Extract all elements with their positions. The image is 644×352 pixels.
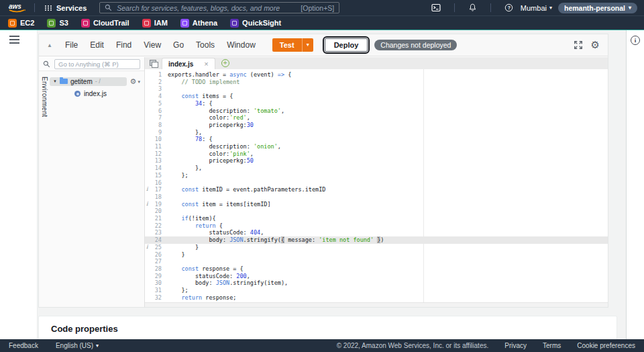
close-icon[interactable]: × — [204, 60, 208, 68]
code-line-9[interactable]: 9 }, — [145, 129, 608, 136]
cloudshell-button[interactable] — [430, 3, 442, 12]
help-button[interactable]: ? — [503, 3, 515, 12]
language-selector[interactable]: English (US) ▾ — [56, 342, 99, 349]
line-content: } — [168, 244, 608, 251]
code-line-30[interactable]: 30 body: JSON.stringify(item), — [145, 279, 608, 287]
tree-settings-button[interactable]: ⚙ ▾ — [130, 78, 140, 85]
code-line-3[interactable]: 3 — [145, 85, 608, 93]
info-icon[interactable]: i — [631, 36, 640, 45]
help-panel-rail: i — [626, 30, 644, 339]
privacy-link[interactable]: Privacy — [504, 342, 527, 349]
split-pane-icon[interactable] — [150, 60, 157, 67]
line-number: 1 — [151, 71, 162, 79]
code-line-6[interactable]: 6 description: 'tomato', — [145, 107, 608, 115]
services-menu-button[interactable]: Services — [41, 3, 91, 13]
chevron-down-icon: ▾ — [138, 79, 140, 84]
code-editor[interactable]: 1exports.handler = async (event) => {2 /… — [145, 69, 608, 307]
favorite-athena[interactable]: Athena — [180, 19, 217, 28]
new-tab-button[interactable]: + — [221, 59, 229, 67]
code-line-15[interactable]: 15 }; — [145, 172, 608, 179]
code-line-21[interactable]: 21 if(!item){ — [145, 215, 608, 222]
code-line-25[interactable]: i25 } — [145, 244, 608, 251]
editor-body: Go to Anything (⌘ P) Environment ▼ getit… — [39, 57, 608, 307]
code-line-4[interactable]: 4 const items = { — [145, 93, 608, 100]
code-line-26[interactable]: 26 } — [145, 251, 608, 259]
nav-primary-row: aws Services Search for services, featur… — [0, 0, 644, 15]
quicksight-service-icon — [230, 19, 239, 28]
region-selector[interactable]: Mumbai ▾ — [521, 4, 552, 12]
deploy-button[interactable]: Deploy — [325, 38, 368, 52]
gutter-annotation — [145, 150, 151, 158]
file-name: index.js — [84, 90, 107, 97]
code-line-10[interactable]: 10 78: { — [145, 136, 608, 143]
horizontal-scrollbar[interactable] — [145, 302, 608, 307]
editor-settings-button[interactable]: ⚙ — [591, 40, 600, 50]
line-content: const items = { — [168, 93, 608, 100]
menu-window[interactable]: Window — [221, 38, 262, 52]
menu-view[interactable]: View — [138, 38, 167, 52]
fullscreen-button[interactable] — [574, 40, 583, 50]
code-line-17[interactable]: i17 const itemID = event.pathParameters.… — [145, 186, 608, 193]
menu-tools[interactable]: Tools — [190, 38, 221, 52]
aws-logo[interactable]: aws — [8, 2, 28, 14]
folder-name: getitem — [70, 78, 93, 85]
code-line-16[interactable]: 16 — [145, 179, 608, 187]
code-line-8[interactable]: 8 priceperkg:30 — [145, 122, 608, 129]
code-line-14[interactable]: 14 }, — [145, 165, 608, 172]
line-number: 13 — [151, 157, 162, 165]
code-line-22[interactable]: 22 return { — [145, 222, 608, 230]
menu-edit[interactable]: Edit — [84, 38, 110, 52]
favorite-ec2[interactable]: EC2 — [8, 19, 34, 28]
code-line-29[interactable]: 29 statusCode: 200, — [145, 273, 608, 280]
code-line-1[interactable]: 1exports.handler = async (event) => { — [145, 71, 608, 79]
global-search-input[interactable]: Search for services, features, blogs, do… — [99, 2, 339, 13]
gutter-annotation — [145, 273, 151, 280]
environment-tab[interactable]: Environment — [39, 71, 50, 307]
code-line-18[interactable]: 18 — [145, 193, 608, 201]
tab-indexjs[interactable]: index.js × — [162, 58, 215, 69]
feedback-button[interactable]: Feedback — [9, 342, 38, 349]
code-line-2[interactable]: 2 // TODO implement — [145, 79, 608, 86]
code-line-11[interactable]: 11 description: 'onion', — [145, 143, 608, 150]
cookie-preferences-link[interactable]: Cookie preferences — [577, 342, 635, 349]
code-line-24[interactable]: 24 body: JSON.stringify({ message: 'item… — [145, 236, 608, 244]
favorite-cloudtrail[interactable]: CloudTrail — [81, 19, 129, 28]
code-line-19[interactable]: i19 const item = items[itemID] — [145, 201, 608, 208]
menu-file[interactable]: File — [59, 38, 84, 52]
line-content: return response; — [168, 294, 608, 302]
code-line-12[interactable]: 12 color:'pink', — [145, 150, 608, 158]
collapse-pane-icon[interactable]: ▲ — [47, 42, 52, 48]
goto-anything-input[interactable]: Go to Anything (⌘ P) — [54, 59, 140, 69]
code-line-23[interactable]: 23 statusCode: 404, — [145, 229, 608, 236]
favorite-s3[interactable]: S3 — [47, 19, 68, 28]
code-line-7[interactable]: 7 color:'red', — [145, 114, 608, 122]
code-line-27[interactable]: 27 — [145, 258, 608, 265]
tree-item-indexjs[interactable]: index.js — [50, 89, 144, 99]
line-content: description: 'onion', — [168, 143, 608, 150]
code-line-31[interactable]: 31 }; — [145, 287, 608, 294]
grid-icon — [45, 5, 52, 11]
terms-link[interactable]: Terms — [543, 342, 561, 349]
account-menu-button[interactable]: hemanth-personal ▾ — [558, 3, 637, 13]
tree-item-getitem[interactable]: ▼ getitem - / — [50, 77, 127, 86]
menu-go[interactable]: Go — [167, 38, 190, 52]
code-line-32[interactable]: 32 return response; — [145, 294, 608, 302]
favorite-label: CloudTrail — [93, 19, 129, 27]
menu-find[interactable]: Find — [110, 38, 138, 52]
code-line-28[interactable]: 28 const response = { — [145, 265, 608, 273]
gutter-annotation — [145, 107, 151, 115]
test-button[interactable]: Test — [272, 38, 302, 52]
notifications-button[interactable] — [467, 3, 478, 12]
nav-divider — [34, 3, 35, 12]
line-content: }; — [168, 287, 608, 294]
code-line-20[interactable]: 20 — [145, 208, 608, 215]
code-line-13[interactable]: 13 priceperkg:50 — [145, 157, 608, 165]
hamburger-menu-icon[interactable] — [9, 36, 37, 44]
code-line-5[interactable]: 5 34: { — [145, 100, 608, 107]
changes-status-badge: Changes not deployed — [374, 40, 457, 50]
test-split-button[interactable]: Test ▾ — [272, 38, 313, 52]
favorite-quicksight[interactable]: QuickSight — [230, 19, 281, 28]
favorite-iam[interactable]: IAM — [142, 19, 168, 28]
services-label: Services — [56, 4, 87, 12]
test-dropdown-button[interactable]: ▾ — [302, 38, 313, 52]
